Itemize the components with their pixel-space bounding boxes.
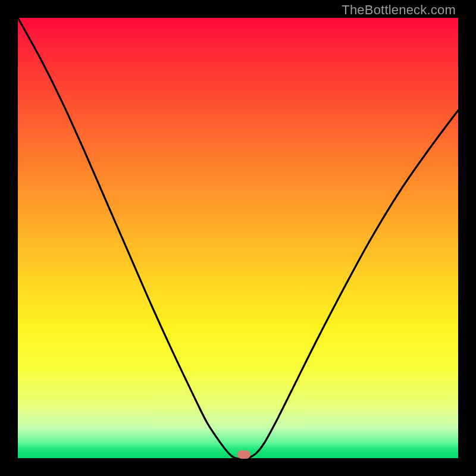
bottleneck-curve bbox=[18, 18, 458, 458]
optimum-marker bbox=[237, 450, 250, 459]
watermark-text: TheBottleneck.com bbox=[342, 2, 456, 18]
chart-frame: TheBottleneck.com bbox=[0, 0, 476, 476]
plot-area bbox=[18, 18, 458, 458]
